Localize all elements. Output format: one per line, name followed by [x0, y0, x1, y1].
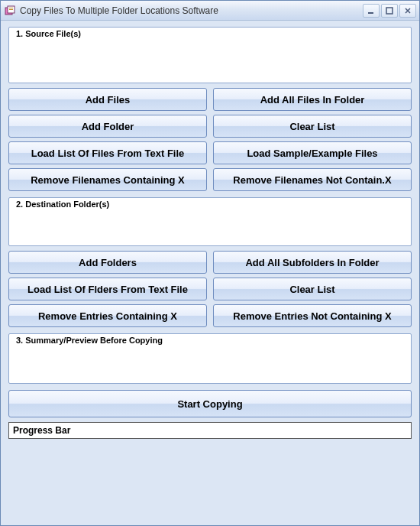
destination-buttons-grid: Add Folders Add All Subfolders In Folder… — [8, 251, 412, 327]
add-folders-button[interactable]: Add Folders — [8, 251, 207, 274]
action-grid: Start Copying — [8, 390, 412, 417]
source-buttons-grid: Add Files Add All Files In Folder Add Fo… — [8, 88, 412, 191]
svg-rect-4 — [368, 12, 373, 14]
window-title: Copy Files To Multiple Folder Locations … — [20, 5, 363, 16]
load-file-list-button[interactable]: Load List Of Files From Text File — [8, 141, 207, 164]
summary-preview-group: 3. Summary/Preview Before Copying — [8, 333, 412, 384]
clear-source-list-button[interactable]: Clear List — [213, 115, 412, 138]
load-folder-list-button[interactable]: Load List Of Flders From Text File — [8, 278, 207, 300]
progress-label: Progress Bar — [13, 425, 70, 436]
source-files-label: 1. Source File(s) — [14, 29, 83, 38]
maximize-button[interactable] — [381, 4, 398, 18]
destination-folders-group: 2. Destination Folder(s) — [8, 197, 412, 246]
svg-rect-3 — [9, 9, 13, 10]
add-all-subfolders-button[interactable]: Add All Subfolders In Folder — [213, 251, 412, 274]
add-all-files-in-folder-button[interactable]: Add All Files In Folder — [213, 88, 412, 111]
close-button[interactable] — [399, 4, 416, 18]
content-area: 1. Source File(s) Add Files Add All File… — [1, 21, 419, 525]
remove-filenames-containing-button[interactable]: Remove Filenames Containing X — [8, 168, 207, 191]
svg-rect-2 — [9, 8, 13, 8]
window-controls — [363, 4, 416, 18]
start-copying-button[interactable]: Start Copying — [8, 390, 412, 417]
add-files-button[interactable]: Add Files — [8, 88, 207, 111]
destination-folders-label: 2. Destination Folder(s) — [14, 200, 111, 209]
remove-entries-not-containing-button[interactable]: Remove Entries Not Containing X — [213, 304, 412, 327]
application-window: Copy Files To Multiple Folder Locations … — [0, 0, 420, 526]
remove-entries-containing-button[interactable]: Remove Entries Containing X — [8, 304, 207, 327]
load-sample-files-button[interactable]: Load Sample/Example Files — [213, 141, 412, 164]
source-files-group: 1. Source File(s) — [8, 27, 412, 83]
svg-rect-5 — [386, 8, 393, 14]
progress-bar: Progress Bar — [8, 422, 412, 439]
summary-preview-label: 3. Summary/Preview Before Copying — [14, 336, 165, 345]
remove-filenames-not-containing-button[interactable]: Remove Filenames Not Contain.X — [213, 168, 412, 191]
add-folder-button[interactable]: Add Folder — [8, 115, 207, 138]
titlebar: Copy Files To Multiple Folder Locations … — [1, 1, 419, 21]
app-icon — [4, 5, 16, 17]
minimize-button[interactable] — [363, 4, 380, 18]
clear-destination-list-button[interactable]: Clear List — [213, 278, 412, 300]
